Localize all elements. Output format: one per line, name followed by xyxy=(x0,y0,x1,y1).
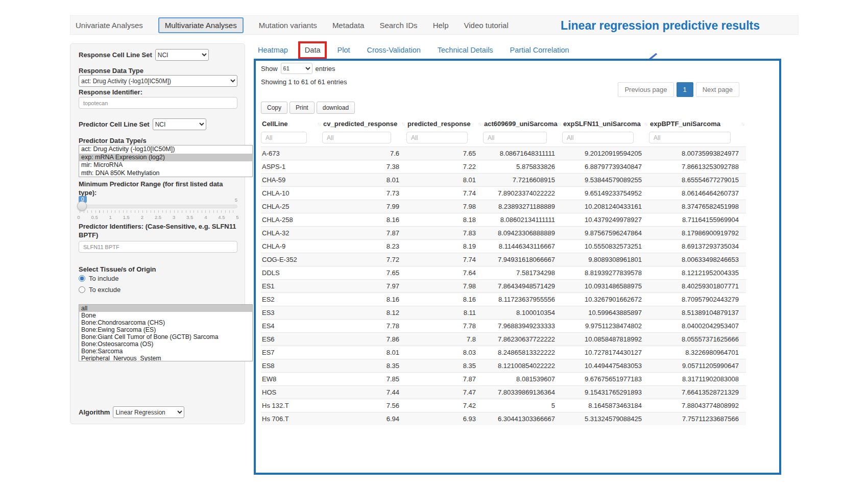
cell-line: DDLS xyxy=(261,266,322,280)
cell-value: 7.66413528721329 xyxy=(649,386,746,399)
column-filter-input-act609699-unisarcoma[interactable] xyxy=(483,132,547,143)
cell-value: 7.99 xyxy=(322,200,406,213)
nav-tab-search-ids[interactable]: Search IDs xyxy=(379,21,417,30)
column-filter-input-expbptf-unisarcoma[interactable] xyxy=(649,132,731,143)
tissue-option-all[interactable]: all xyxy=(79,305,252,312)
cell-value: 8.08671648311111 xyxy=(483,147,562,160)
cell-value: 8.08602134111111 xyxy=(483,213,562,227)
cell-value: 7.65 xyxy=(406,147,483,160)
tissue-option-peripheral-nervous-system[interactable]: Peripheral_Nervous_System xyxy=(79,355,252,361)
tissue-radio-to-include[interactable]: To include xyxy=(79,275,237,282)
tissue-option-bone-giant-cell-tumor-of-bone-gctb-sarcoma[interactable]: Bone:Giant Cell Tumor of Bone (GCTB) Sar… xyxy=(79,333,252,340)
tissue-option-bone-chondrosarcoma-chs[interactable]: Bone:Chondrosarcoma (CHS) xyxy=(79,319,252,326)
cell-value: 7.74 xyxy=(406,187,483,200)
cell-value: 8.35 xyxy=(406,359,483,373)
nav-tab-video-tutorial[interactable]: Video tutorial xyxy=(464,21,508,30)
algorithm-select[interactable]: Linear Regression xyxy=(113,406,184,418)
slider-max-label: 5 xyxy=(235,197,237,203)
page-number-button[interactable]: 1 xyxy=(677,82,693,97)
cell-value: 9.20120919594205 xyxy=(562,147,649,160)
predictor-cell-line-set-select[interactable]: NCI xyxy=(153,118,206,130)
slider-tick-label: 2.5 xyxy=(155,214,161,220)
column-filter-input-predicted-response[interactable] xyxy=(406,132,468,143)
cell-value: 6.94 xyxy=(322,412,406,426)
tissue-listbox[interactable]: allBoneBone:Chondrosarcoma (CHS)Bone:Ewi… xyxy=(79,304,253,361)
column-header-predicted-response[interactable]: predicted_response↑↓ xyxy=(406,117,483,131)
predictor-option-exp-mrna-expression-log2[interactable]: exp: mRNA Expression (log2) xyxy=(79,154,252,162)
column-filter-input-cv-predicted-response[interactable] xyxy=(322,132,391,143)
cell-value: 10.5550832573251 xyxy=(562,240,649,253)
cell-value: 8.37476582451998 xyxy=(649,200,746,213)
cell-value: 10.2081240433161 xyxy=(562,200,649,213)
table-row: Hs 132.T7.567.4258.16458734631847.880437… xyxy=(261,399,746,412)
column-header-cellline[interactable]: CellLine↑↓ xyxy=(261,117,322,131)
cell-value: 7.75711233687566 xyxy=(649,412,746,426)
column-filter-cell xyxy=(483,131,562,147)
cell-value: 7.98 xyxy=(406,200,483,213)
cell-line: ES7 xyxy=(261,346,322,359)
previous-page-button[interactable]: Previous page xyxy=(618,82,673,97)
predictor-cell-line-set-row: Predictor Cell Line Set NCI xyxy=(79,118,237,130)
slider-track[interactable] xyxy=(79,205,237,208)
download-button[interactable]: download xyxy=(317,102,355,114)
cell-value: 7.86434948571429 xyxy=(483,280,562,293)
tissue-option-bone[interactable]: Bone xyxy=(79,312,252,319)
column-header-expslfn11-unisarcoma[interactable]: expSLFN11_uniSarcoma↑↓ xyxy=(562,117,649,131)
column-header-act609699-unisarcoma[interactable]: act609699_uniSarcoma↑↓ xyxy=(483,117,562,131)
nav-tab-help[interactable]: Help xyxy=(433,21,449,30)
tab-plot[interactable]: Plot xyxy=(337,46,350,54)
cell-value: 7.47 xyxy=(406,386,483,399)
sort-icon: ↑↓ xyxy=(478,121,482,127)
predictor-option-act-drug-activity-log10-ic50m[interactable]: act: Drug Activity (-log10[IC50M]) xyxy=(79,145,252,154)
predictor-identifiers-input[interactable] xyxy=(79,241,237,253)
nav-tab-multivariate-analyses[interactable]: Multivariate Analyses xyxy=(158,17,244,33)
response-identifier-input[interactable] xyxy=(79,97,237,109)
tab-heatmap[interactable]: Heatmap xyxy=(258,46,288,54)
cell-value: 7.581734298 xyxy=(483,266,562,280)
nav-tab-univariate-analyses[interactable]: Univariate Analyses xyxy=(76,21,143,30)
top-nav: Univariate AnalysesMultivariate Analyses… xyxy=(70,17,509,33)
cell-value: 7.87 xyxy=(406,373,483,386)
cell-value: 7.65 xyxy=(322,266,406,280)
response-data-type-select[interactable]: act: Drug Activity (-log10[IC50M]) xyxy=(79,75,237,87)
column-header-label: expBPTF_uniSarcoma xyxy=(650,120,720,128)
column-filter-input-expslfn11-unisarcoma[interactable] xyxy=(562,132,634,143)
tissue-option-bone-ewing-sarcoma-es[interactable]: Bone:Ewing Sarcoma (ES) xyxy=(79,326,252,333)
copy-button[interactable]: Copy xyxy=(261,102,287,114)
cell-value: 7.87 xyxy=(322,227,406,240)
cell-value: 7.88043774808992 xyxy=(649,399,746,412)
nav-tab-mutation-variants[interactable]: Mutation variants xyxy=(259,21,317,30)
slider-handle[interactable] xyxy=(77,201,87,211)
cell-line: ES1 xyxy=(261,280,322,293)
radio-input-to-include[interactable] xyxy=(79,275,85,282)
cell-value: 7.8 xyxy=(406,333,483,346)
tab-cross-validation[interactable]: Cross-Validation xyxy=(367,46,420,54)
cell-value: 7.83 xyxy=(406,227,483,240)
table-row: ES38.128.118.10001035410.5996438858978.5… xyxy=(261,306,746,320)
column-header-expbptf-unisarcoma[interactable]: expBPTF_uniSarcoma↑↓ xyxy=(649,117,746,131)
results-table: CellLine↑↓cv_predicted_response↑↓predict… xyxy=(261,117,746,425)
response-cell-line-set-select[interactable]: NCI xyxy=(155,49,209,61)
tab-partial-correlation[interactable]: Partial Correlation xyxy=(510,46,569,54)
sort-icon: ↑↓ xyxy=(741,121,745,127)
tab-data[interactable]: Data xyxy=(305,46,321,54)
table-row: EW87.857.878.0815396079.676756519771838.… xyxy=(261,373,746,386)
nav-tab-metadata[interactable]: Metadata xyxy=(332,21,365,30)
column-header-cv-predicted-response[interactable]: cv_predicted_response↑↓ xyxy=(322,117,406,131)
column-filter-input-cellline[interactable] xyxy=(261,132,307,143)
print-button[interactable]: Print xyxy=(290,102,315,114)
cell-value: 8.00633498246653 xyxy=(649,253,746,266)
predictor-option-mir-microrna[interactable]: mir: MicroRNA xyxy=(79,161,252,169)
tissue-option-bone-osteosarcoma-os[interactable]: Bone:Osteosarcoma (OS) xyxy=(79,340,252,348)
tab-technical-details[interactable]: Technical Details xyxy=(438,46,493,54)
tissue-option-bone-sarcoma[interactable]: Bone:Sarcoma xyxy=(79,348,252,355)
cell-value: 9.15431765291893 xyxy=(562,386,649,399)
radio-input-to-exclude[interactable] xyxy=(79,286,85,293)
export-buttons: Copy Print download xyxy=(261,102,355,114)
show-entries-select[interactable]: 61 xyxy=(281,63,312,74)
predictor-data-types-listbox[interactable]: act: Drug Activity (-log10[IC50M])exp: m… xyxy=(79,145,253,177)
tissue-radio-to-exclude[interactable]: To exclude xyxy=(79,286,237,294)
cell-value: 7.74 xyxy=(406,253,483,266)
predictor-option-mth-dna-850k-methylation[interactable]: mth: DNA 850K Methylation xyxy=(79,169,252,178)
next-page-button[interactable]: Next page xyxy=(696,82,739,97)
